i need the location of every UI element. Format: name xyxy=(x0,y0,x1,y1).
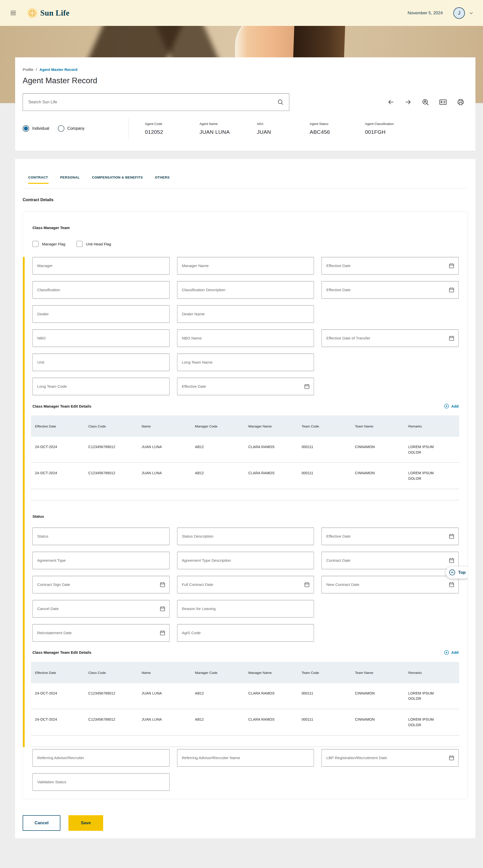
table-header-cell: Remarks xyxy=(404,415,445,437)
manager-flag-input[interactable] xyxy=(32,241,38,247)
unit-head-flag-checkbox[interactable]: Unit Head Flag xyxy=(77,241,111,247)
radio-individual-input[interactable] xyxy=(23,125,29,132)
add-icon xyxy=(444,650,449,655)
scroll-to-top-button[interactable]: Top xyxy=(446,566,468,579)
nbo-name-input[interactable] xyxy=(177,330,314,347)
avatar[interactable]: J xyxy=(453,7,465,19)
radio-company-input[interactable] xyxy=(58,125,64,132)
radio-individual-label: Individual xyxy=(32,126,49,131)
unit-head-flag-label: Unit Head Flag xyxy=(86,242,111,246)
search-icon[interactable] xyxy=(277,99,284,105)
forward-arrow-icon[interactable] xyxy=(404,99,412,105)
table-cell: 24-OCT-2024 xyxy=(31,709,84,735)
agent-code-block: Agent Code 012052 xyxy=(145,122,200,135)
calendar-icon[interactable] xyxy=(304,582,310,588)
tab-compensation-benefits[interactable]: COMPENSATION & BENEFITS xyxy=(92,176,143,184)
agent-card-icon[interactable] xyxy=(439,98,447,106)
radio-company[interactable]: Company xyxy=(58,125,85,132)
table-header-cell: Effective Date xyxy=(31,415,84,437)
chevron-down-icon[interactable] xyxy=(469,10,474,16)
radio-individual[interactable]: Individual xyxy=(23,125,49,132)
dealer-field xyxy=(32,305,170,323)
calendar-icon[interactable] xyxy=(449,533,455,539)
dealer-input[interactable] xyxy=(32,305,170,323)
classification-effective-date-input[interactable] xyxy=(322,281,459,299)
new-contract-date-input[interactable] xyxy=(322,576,459,593)
calendar-icon[interactable] xyxy=(449,335,455,341)
table-cell: 24-OCT-2024 xyxy=(31,683,84,709)
table-header-cell: Name xyxy=(138,415,191,437)
long-team-name-input[interactable] xyxy=(177,353,314,371)
flags-row: Manager Flag Unit Head Flag xyxy=(23,241,467,247)
add-button[interactable]: Add xyxy=(444,403,459,409)
long-team-effective-date-input[interactable] xyxy=(177,378,314,395)
cancel-date-input[interactable] xyxy=(32,600,170,618)
referring-advisor-input[interactable] xyxy=(32,749,170,767)
calendar-icon[interactable] xyxy=(449,582,455,588)
table-cell: CLARA RAMOS xyxy=(244,683,298,709)
calendar-icon[interactable] xyxy=(159,606,165,612)
status-effective-date-input[interactable] xyxy=(322,528,459,545)
table-cell: CLARA RAMOS xyxy=(244,463,298,488)
calendar-icon[interactable] xyxy=(304,383,310,390)
form-row xyxy=(23,576,467,593)
table-cell: LOREM IPSUM DOLOR xyxy=(404,437,445,462)
back-arrow-icon[interactable] xyxy=(387,99,394,105)
calendar-icon[interactable] xyxy=(449,557,455,563)
agent-search-icon[interactable] xyxy=(422,98,429,106)
status-description-input[interactable] xyxy=(177,528,314,545)
long-team-name-field xyxy=(177,353,314,371)
effective-date-input[interactable] xyxy=(322,257,459,275)
table-cell: CLARA RAMOS xyxy=(244,709,298,735)
reason-for-leaving-input[interactable] xyxy=(177,600,314,618)
dealer-name-input[interactable] xyxy=(177,305,314,323)
calendar-icon[interactable] xyxy=(449,263,455,269)
calendar-icon[interactable] xyxy=(449,755,455,761)
nbo-input[interactable] xyxy=(32,330,170,347)
cancel-button[interactable]: Cancel xyxy=(23,815,60,831)
status-input[interactable] xyxy=(32,528,170,545)
lbp-registration-date-input[interactable] xyxy=(322,749,459,767)
table-header-row: Effective Date Class Code Name Manager C… xyxy=(31,415,459,437)
agreement-type-description-input[interactable] xyxy=(177,552,314,569)
manager-name-input[interactable] xyxy=(177,257,314,275)
referring-advisor-name-input[interactable] xyxy=(177,749,314,767)
calendar-icon[interactable] xyxy=(449,287,455,293)
manager-flag-checkbox[interactable]: Manager Flag xyxy=(32,241,65,247)
save-button[interactable]: Save xyxy=(68,815,103,831)
unit-head-flag-input[interactable] xyxy=(77,241,83,247)
agent-status-block: Agent Status ABC456 xyxy=(310,122,365,135)
calendar-icon[interactable] xyxy=(159,582,165,588)
agent-status-value: ABC456 xyxy=(310,129,365,135)
classification-description-input[interactable] xyxy=(177,281,314,299)
section-divider xyxy=(31,746,459,747)
edit-details-title: Class Manager Team Edit Details xyxy=(32,650,91,654)
effective-date-of-transfer-input[interactable] xyxy=(322,330,459,347)
unit-input[interactable] xyxy=(32,353,170,371)
tab-personal[interactable]: PERSONAL xyxy=(60,176,80,184)
print-icon[interactable] xyxy=(457,98,464,106)
breadcrumb-profile[interactable]: Profile xyxy=(23,67,33,72)
long-team-code-input[interactable] xyxy=(32,378,170,395)
form-row xyxy=(23,330,467,347)
form-row xyxy=(23,281,467,299)
edit-details-table: Effective Date Class Code Name Manager C… xyxy=(31,662,459,736)
agreement-type-field xyxy=(32,552,170,569)
classification-input[interactable] xyxy=(32,281,170,299)
full-contract-date-input[interactable] xyxy=(177,576,314,593)
add-button[interactable]: Add xyxy=(444,650,459,655)
calendar-icon[interactable] xyxy=(159,630,165,636)
validation-status-input[interactable] xyxy=(32,773,170,791)
tab-others[interactable]: OTHERS xyxy=(155,176,170,184)
agent-name-block: Agent Name JUAN LUNA xyxy=(200,122,257,135)
agis-code-input[interactable] xyxy=(177,624,314,642)
contract-sign-date-input[interactable] xyxy=(32,576,170,593)
menu-icon[interactable] xyxy=(10,9,19,17)
search-input[interactable] xyxy=(23,93,289,111)
reinstatement-date-input[interactable] xyxy=(32,624,170,642)
agreement-type-input[interactable] xyxy=(32,552,170,569)
table-cell: 24-OCT-2024 xyxy=(31,437,84,462)
manager-input[interactable] xyxy=(32,257,170,275)
tab-contract[interactable]: CONTRACT xyxy=(28,176,48,184)
contract-date-input[interactable] xyxy=(322,552,459,569)
